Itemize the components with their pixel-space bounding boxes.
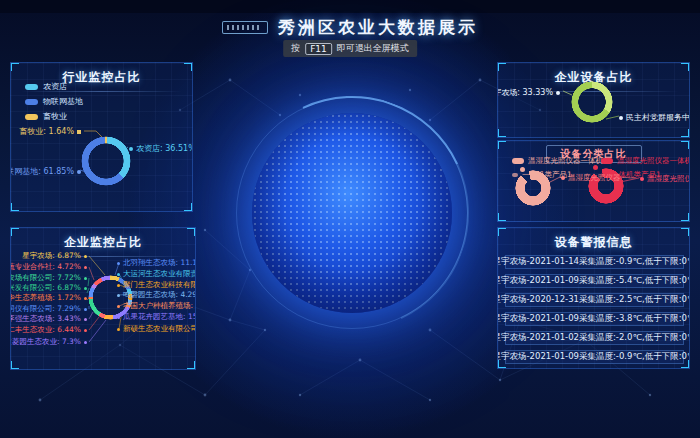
chart-label: 温湿度光照仪器一— xyxy=(561,173,636,183)
legend-label: 农资店 xyxy=(43,81,67,92)
chart-label: 国兴发有限公司: 6.87% xyxy=(13,283,87,293)
globe-visualization xyxy=(252,113,452,313)
chart-label: 鸣磬园生态农场: 4.29 xyxy=(117,290,196,300)
panel-device-class-ratio: 设备分类占比 温湿度光照仪器一体机 一体机类产品1 温湿度光照仪器一体机 一体机… xyxy=(497,140,690,222)
legend-item[interactable]: 农资店 xyxy=(25,81,83,92)
alarm-row: 星宇农场-2021-01-02采集温度:-2.0℃,低于下限:0℃ xyxy=(505,331,684,345)
legend-item[interactable]: 畜牧业 xyxy=(25,111,83,122)
chart-label: 中润仪有限公司: 7.29% xyxy=(13,304,87,314)
f11-keycap: F11 xyxy=(305,43,332,55)
chart-label: 家睦农场有限公司: 7.72% xyxy=(13,273,87,283)
alarm-row: 星宇农场-2021-01-09采集温度:-0.9℃,低于下限:0℃ xyxy=(505,350,684,364)
chart-label: 上华生态养殖场: 1.72% xyxy=(13,293,87,303)
alarm-row: 星宇农场-2021-01-14采集温度:-0.9℃,低于下限:0℃ xyxy=(505,255,684,269)
industry-legend: 农资店 物联网基地 畜牧业 xyxy=(25,81,83,122)
chart-label: 仁丰生态农业: 6.44% xyxy=(13,325,87,335)
page-title: 秀洲区农业大数据展示 xyxy=(278,16,478,39)
legend-label: 温湿度光照仪器一体机 xyxy=(617,156,690,166)
alarm-row: 星宇农场-2021-01-09采集温度:-5.4℃,低于下限:0℃ xyxy=(505,274,684,288)
panel-title: 设备警报信息 xyxy=(498,228,689,251)
legend-item[interactable]: 温湿度光照仪器一体机 xyxy=(512,156,603,166)
donut-gap-dot xyxy=(593,165,598,170)
donut-gap-dot xyxy=(520,167,525,172)
chart-label: 物联网基地: 61.85% xyxy=(19,166,81,177)
chart-label: 幻超果蔬专业合作社: 4.72% xyxy=(13,262,87,272)
legend-label: 物联网基地 xyxy=(43,96,83,107)
legend-swatch xyxy=(25,99,38,105)
legend-swatch xyxy=(601,158,613,164)
legend-swatch xyxy=(25,114,38,120)
chart-label: 丰国大户种植养殖场: 1. xyxy=(117,301,196,311)
globe-shading xyxy=(252,113,452,313)
legend-label: 畜牧业 xyxy=(43,111,67,122)
chart-label: 新硕生态农业有限公司: 6.879 xyxy=(117,324,196,334)
chart-label: 聚门生态农业科技有限公 xyxy=(117,280,196,290)
alarm-row: 星宇农场-2020-12-31采集温度:-2.5℃,低于下限:0℃ xyxy=(505,293,684,307)
chart-label: 畜牧业: 1.64% xyxy=(25,126,81,137)
fullscreen-exit-tooltip: 按 F11 即可退出全屏模式 xyxy=(283,40,417,57)
brand-logo xyxy=(222,21,268,34)
chart-label: 民主村党群服务中心: xyxy=(619,112,690,123)
tip-suffix: 即可退出全屏模式 xyxy=(337,42,409,55)
chart-label: 李强生态农场: 3.43% xyxy=(13,314,87,324)
chart-label: 红菱园生态农业: 7.3% xyxy=(13,337,87,347)
legend-item[interactable]: 温湿度光照仪器一体机 xyxy=(601,156,690,166)
legend-swatch xyxy=(512,173,518,177)
legend-swatch xyxy=(25,84,38,90)
page-header: 秀洲区农业大数据展示 xyxy=(0,16,700,39)
chart-label: 星宇农场: 33.33% xyxy=(500,87,560,98)
chart-label: 农资店: 36.51% xyxy=(129,143,193,154)
panel-device-alarm-info: 设备警报信息 星宇农场-2021-01-14采集温度:-0.9℃,低于下限:0℃… xyxy=(497,227,690,369)
tip-prefix: 按 xyxy=(291,42,300,55)
legend-swatch xyxy=(512,158,524,164)
device-class-donut-left[interactable] xyxy=(515,170,551,206)
chart-label: 北羽翔生态农场: 11.16% xyxy=(117,258,196,268)
industry-donut-chart[interactable] xyxy=(81,136,131,186)
chart-label: 温湿度光照仪器一— xyxy=(640,174,690,184)
chart-label: 星宇农场: 6.87% xyxy=(13,251,87,261)
legend-label: 温湿度光照仪器一体机 xyxy=(528,156,603,166)
chart-label: 瓜果花卉园艺基地: 15.02% xyxy=(117,312,196,322)
legend-item[interactable]: 物联网基地 xyxy=(25,96,83,107)
alarm-row: 星宇农场-2021-01-09采集温度:-3.8℃,低于下限:0℃ xyxy=(505,312,684,326)
panel-title: 企业监控占比 xyxy=(11,228,195,251)
panel-enterprise-device-ratio: 企业设备占比 星宇农场: 33.33% 民主村党群服务中心: xyxy=(497,62,690,138)
panel-industry-monitor-ratio: 行业监控占比 农资店 物联网基地 畜牧业 畜牧业: 1.64% 农资店: 36.… xyxy=(10,62,193,212)
chart-label: 大运河生态农业有限责任公 xyxy=(117,269,196,279)
panel-enterprise-monitor-ratio: 企业监控占比 星宇农场: 6.87% 幻超果蔬专业合作社: 4.72% 家睦农场… xyxy=(10,227,196,370)
device-ratio-donut-chart[interactable] xyxy=(571,81,613,123)
